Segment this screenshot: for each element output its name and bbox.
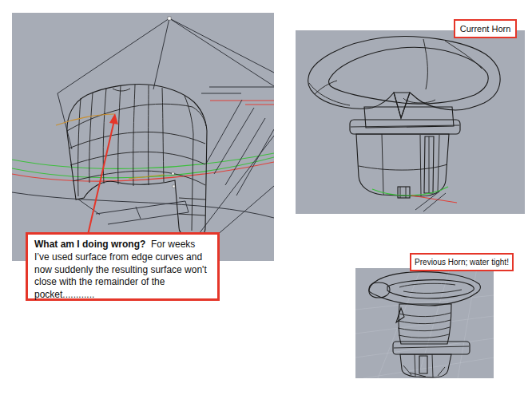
current-horn-label: Current Horn (454, 19, 517, 38)
previous-horn-render (355, 268, 494, 378)
current-horn-model (308, 37, 501, 211)
previous-horn-viewport (355, 268, 494, 378)
current-horn-viewport (296, 30, 525, 214)
wireframe-drawing (12, 13, 274, 261)
wireframe-lines (58, 18, 274, 196)
question-bold-text: What am I doing wrong? (34, 239, 145, 250)
ground-grid (355, 268, 494, 378)
wireframe-viewport (12, 13, 274, 261)
previous-horn-label: Previous Horn; water tight! (410, 253, 514, 271)
question-annotation: What am I doing wrong? For weeks I’ve us… (26, 232, 220, 301)
annotated-cad-screenshot: What am I doing wrong? For weeks I’ve us… (0, 0, 532, 399)
current-horn-render (296, 30, 525, 214)
red-arrow (88, 113, 118, 235)
